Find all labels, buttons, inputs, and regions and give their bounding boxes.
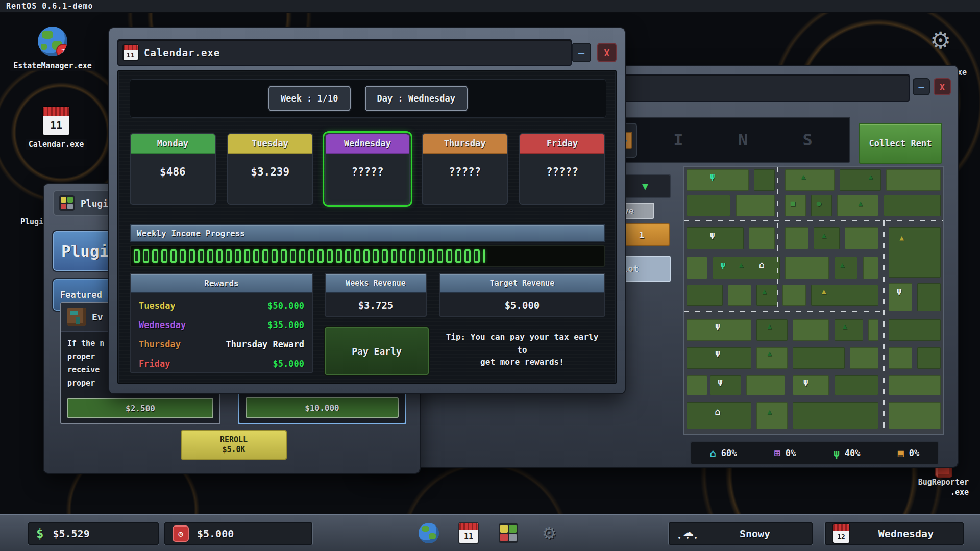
pine-icon: ▲ (762, 288, 767, 295)
map-parcel[interactable] (793, 402, 878, 429)
map-parcel[interactable] (756, 402, 788, 429)
map-parcel[interactable] (835, 319, 863, 341)
pine-icon: ▲ (822, 232, 826, 239)
map-parcel[interactable] (889, 319, 941, 341)
pine-icon: ▲ (739, 261, 743, 269)
taskbar-item-calendar[interactable]: 11 (457, 521, 480, 545)
map-parcel[interactable] (749, 227, 775, 250)
desktop-icon-calendar[interactable]: 11 Calendar.exe (36, 107, 77, 150)
map-parcel[interactable] (746, 375, 785, 395)
pay-early-button[interactable]: Pay Early (325, 327, 429, 375)
buy-button[interactable]: $2.500 (67, 398, 213, 418)
map-parcel[interactable] (687, 195, 730, 216)
desktop-icon-settings[interactable]: ⚙ (930, 29, 951, 52)
day-card-thursday[interactable]: Thursday????? (422, 133, 508, 205)
map-parcel[interactable] (793, 319, 829, 341)
map-parcel[interactable] (756, 285, 777, 306)
house-icon: ⌂ (710, 448, 716, 458)
map-parcel[interactable] (687, 227, 744, 250)
day-card-wednesday[interactable]: Wednesday????? (325, 133, 411, 205)
os-title: RentOS 0.6.1-demo (6, 2, 93, 11)
reroll-button[interactable]: REROLL $5.0K (181, 430, 287, 460)
desktop-icon-estatemanager[interactable]: 2 EstateManager.exe (24, 27, 81, 71)
taskbar-item-estatemanager[interactable] (418, 521, 440, 545)
progress-segment (308, 249, 314, 263)
map-parcel[interactable] (835, 257, 858, 280)
map-parcel[interactable] (889, 227, 941, 278)
money-value: $5.529 (53, 528, 89, 540)
pine-y-icon: ▲ (822, 288, 826, 295)
map-parcel[interactable] (687, 257, 707, 280)
plant-wh-icon: ψ (710, 232, 715, 239)
map-parcel[interactable] (811, 285, 878, 306)
map-parcel[interactable] (845, 227, 878, 250)
progress-segment (281, 249, 287, 263)
day-card-friday[interactable]: Friday????? (519, 133, 605, 205)
plant-teal-icon: ψ (710, 173, 715, 181)
map-parcel[interactable] (917, 283, 941, 311)
day-card-tuesday[interactable]: Tuesday$3.239 (227, 133, 313, 205)
calendar-window-titlebar[interactable]: 11 Calendar.exe (117, 39, 572, 66)
map-parcel[interactable] (793, 375, 829, 395)
close-button[interactable]: X (597, 43, 617, 62)
map-area[interactable]: ψ▲▲■●▲ψ▲▲ψ▲⌂▲ψ▲▲ψ▲▲ψ▲ψψ⌂▲ (683, 166, 944, 435)
progress-segment (455, 249, 461, 263)
map-parcel[interactable] (687, 169, 749, 191)
taskbar-item-settings[interactable]: ⚙ (538, 521, 560, 545)
map-parcel[interactable] (850, 347, 878, 369)
close-button[interactable]: X (934, 78, 951, 95)
buy-button[interactable]: $10.000 (246, 397, 399, 418)
minimize-button[interactable]: – (572, 43, 591, 62)
map-parcel[interactable] (785, 227, 808, 250)
map-parcel[interactable] (785, 257, 829, 280)
map-parcel[interactable] (756, 319, 788, 341)
map-parcel[interactable] (835, 375, 878, 395)
taskbar-item-plugins[interactable] (497, 521, 520, 545)
map-parcel[interactable] (710, 375, 741, 395)
map-parcel[interactable] (728, 285, 751, 306)
map-parcel[interactable] (811, 195, 832, 216)
map-parcel[interactable] (687, 375, 707, 395)
pine-icon: ▲ (868, 173, 873, 181)
map-parcel[interactable] (889, 375, 941, 395)
map-parcel[interactable] (785, 195, 806, 216)
progress-segment (437, 249, 443, 263)
map-parcel[interactable] (886, 169, 941, 191)
progress-segment (317, 249, 324, 263)
map-parcel[interactable] (754, 169, 775, 191)
map-parcel[interactable] (782, 285, 806, 306)
progress-segment (409, 249, 415, 263)
map-parcel[interactable] (793, 347, 845, 369)
map-parcel[interactable] (889, 402, 941, 429)
desktop-icon-label[interactable]: BugReporter (904, 478, 969, 487)
collect-rent-button[interactable]: Collect Rent (859, 123, 942, 164)
map-parcel[interactable] (917, 347, 941, 369)
progress-segment (336, 249, 342, 263)
map-parcel[interactable] (868, 319, 878, 341)
progress-segment (419, 249, 425, 263)
pine-icon: ▲ (858, 199, 863, 207)
map-parcel[interactable] (687, 285, 723, 306)
minimize-button[interactable]: – (913, 78, 930, 95)
stat-house: ⌂60% (710, 448, 737, 458)
map-parcel[interactable] (736, 195, 775, 216)
map-parcel[interactable] (814, 227, 840, 250)
map-parcel[interactable] (884, 195, 941, 216)
house-icon: ⌂ (759, 260, 765, 269)
progress-segment (244, 249, 250, 263)
notification-badge: 2 (56, 44, 67, 56)
map-parcel[interactable] (756, 347, 788, 369)
day-indicator[interactable]: Day : Wednesday (365, 86, 468, 111)
progress-segment (345, 249, 351, 263)
filter-chip[interactable]: ▼ (620, 174, 671, 198)
target-revenue-value: $5.000 (440, 293, 604, 317)
progress-segment (272, 249, 278, 263)
progress-segment (290, 249, 296, 263)
map-parcel[interactable] (889, 347, 912, 369)
map-parcel[interactable] (785, 169, 835, 191)
week-indicator[interactable]: Week : 1/10 (268, 86, 351, 111)
desktop-icon-label: EstateManager.exe (10, 60, 95, 71)
day-card-monday[interactable]: Monday$486 (130, 133, 216, 205)
map-parcel[interactable] (863, 257, 878, 280)
map-parcel[interactable] (840, 169, 881, 191)
